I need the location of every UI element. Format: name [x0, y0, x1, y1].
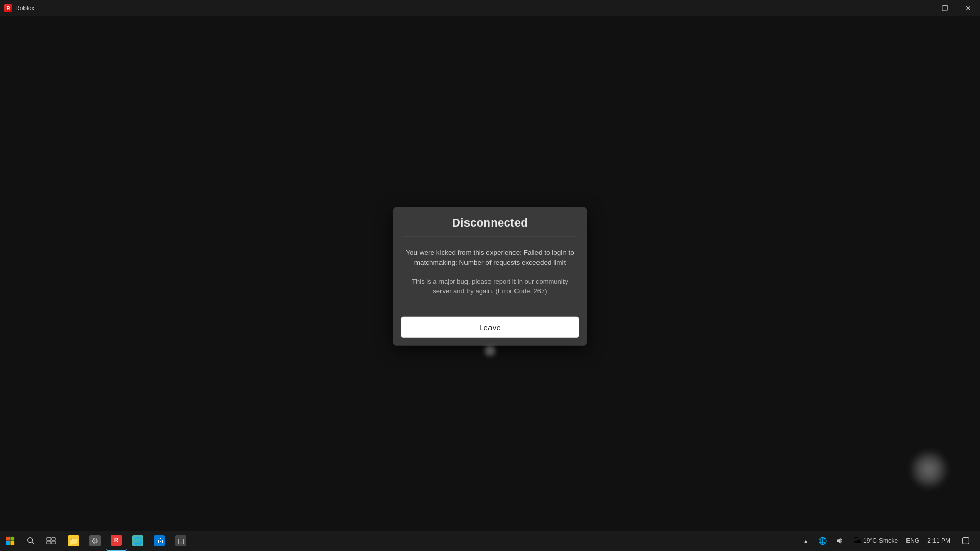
system-tray: ▲ 🌐 🌤 19°C Smoke ENG 2:11 PM [799, 531, 980, 551]
weather-widget[interactable]: 🌤 19°C Smoke [849, 531, 902, 551]
weather-condition: Smoke [879, 537, 898, 544]
taskbar-app-store[interactable]: 🛍 [149, 531, 169, 551]
taskbar-app-browser[interactable]: 🌐 [128, 531, 148, 551]
search-button[interactable] [20, 531, 41, 551]
svg-rect-2 [6, 541, 10, 545]
svg-line-5 [32, 542, 34, 545]
window-title: Roblox [15, 5, 34, 12]
extra-app-icon: ▤ [175, 535, 186, 546]
svg-rect-8 [47, 541, 51, 544]
search-icon [26, 536, 35, 545]
smoke-decoration [909, 449, 949, 490]
dialog-body: You were kicked from this experience: Fa… [393, 237, 587, 317]
show-hidden-icons-button[interactable]: ▲ [799, 531, 813, 551]
app-icon: R [4, 4, 12, 12]
roblox-icon: R [111, 535, 122, 546]
svg-rect-1 [10, 537, 14, 541]
title-bar-controls: — ❐ ✕ [910, 0, 980, 16]
taskbar: 📁 ⚙ R 🌐 🛍 ▤ ▲ 🌐 [0, 531, 980, 551]
browser-icon: 🌐 [132, 535, 143, 546]
start-button[interactable] [0, 531, 20, 551]
svg-rect-11 [963, 538, 969, 544]
file-explorer-icon: 📁 [68, 535, 79, 546]
dialog-overlay: Disconnected You were kicked from this e… [393, 207, 587, 346]
svg-marker-10 [837, 538, 841, 543]
taskbar-apps: 📁 ⚙ R 🌐 🛍 ▤ [63, 531, 191, 551]
store-icon: 🛍 [154, 535, 165, 546]
dialog-bottom-indicator [485, 345, 495, 356]
clock-time: 2:11 PM [927, 537, 950, 544]
svg-rect-7 [52, 538, 55, 540]
task-view-icon [46, 536, 56, 545]
svg-rect-6 [47, 538, 51, 540]
dialog-footer: Leave [393, 316, 587, 345]
taskbar-app-file-explorer[interactable]: 📁 [63, 531, 84, 551]
show-desktop-button[interactable] [975, 531, 978, 551]
notification-center-button[interactable] [958, 531, 974, 551]
dialog-message-secondary: This is a major bug, please report it in… [405, 276, 575, 296]
minimize-button[interactable]: — [910, 0, 933, 16]
task-view-button[interactable] [41, 531, 61, 551]
dialog-message-primary: You were kicked from this experience: Fa… [405, 247, 575, 268]
network-icon[interactable]: 🌐 [814, 531, 830, 551]
disconnected-dialog: Disconnected You were kicked from this e… [393, 207, 587, 346]
windows-logo-icon [6, 536, 15, 545]
close-button[interactable]: ✕ [957, 0, 980, 16]
svg-point-4 [28, 538, 33, 543]
settings-icon: ⚙ [89, 535, 101, 546]
volume-icon[interactable] [831, 531, 848, 551]
taskbar-app-extra[interactable]: ▤ [170, 531, 191, 551]
leave-button[interactable]: Leave [401, 316, 579, 337]
main-content: Disconnected You were kicked from this e… [0, 16, 980, 531]
dialog-header: Disconnected [393, 207, 587, 237]
svg-rect-0 [6, 537, 10, 541]
language-indicator[interactable]: ENG [903, 537, 922, 544]
maximize-button[interactable]: ❐ [933, 0, 957, 16]
taskbar-app-roblox[interactable]: R [106, 531, 127, 551]
svg-rect-3 [10, 541, 14, 545]
svg-rect-9 [52, 541, 55, 544]
weather-icon: 🌤 [853, 536, 861, 545]
dialog-title: Disconnected [452, 216, 528, 229]
title-bar: R Roblox — ❐ ✕ [0, 0, 980, 16]
weather-temp: 19°C [863, 537, 877, 544]
title-bar-left: R Roblox [0, 4, 34, 12]
clock-widget[interactable]: 2:11 PM [923, 531, 957, 551]
taskbar-app-settings[interactable]: ⚙ [85, 531, 105, 551]
